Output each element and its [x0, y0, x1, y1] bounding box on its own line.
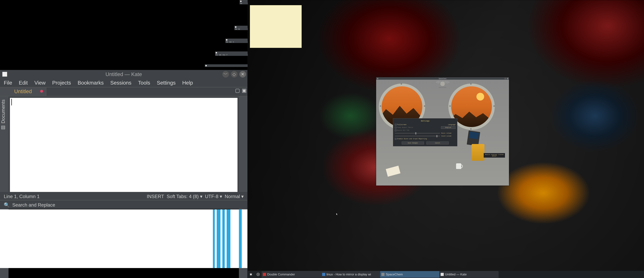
menu-sessions[interactable]: Sessions — [110, 80, 132, 86]
task-double-commander[interactable]: Double Commander — [262, 271, 321, 278]
sound-volume-slider[interactable] — [395, 136, 440, 136]
minimize-button[interactable]: ﹀ — [222, 71, 229, 77]
app-icon — [216, 52, 217, 53]
menu-help[interactable]: Help — [182, 80, 193, 86]
kate-titlebar[interactable]: Untitled — Kate ﹀ ◇ ✕ — [0, 70, 248, 78]
kate-window: Untitled — Kate ﹀ ◇ ✕ File Edit View Pro… — [0, 70, 248, 209]
alt-tab-label: Quick Alt-Tab — [397, 129, 456, 131]
encoding[interactable]: UTF-8 — [205, 194, 218, 199]
editor-area[interactable] — [10, 98, 238, 204]
left-monitor-blank — [0, 0, 247, 69]
mug-prop — [456, 163, 461, 169]
app-icon — [240, 1, 242, 2]
mouse-cursor-icon — [336, 213, 338, 216]
crash-report-checkbox[interactable]: ✓ — [395, 138, 396, 140]
spacechem-window: SpaceChem ﹀ ✕ ⋘⋙ spacechem — [376, 77, 509, 186]
menu-file[interactable]: File — [4, 80, 12, 86]
settings-panel: Settings Fullscreen Language Keep Aspect… — [393, 118, 457, 146]
app-icon — [206, 65, 207, 66]
menu-projects[interactable]: Projects — [52, 80, 71, 86]
stacked-window-menubar[interactable]: File — [240, 2, 248, 4]
stacked-window-menubar[interactable]: FileEditViewP — [215, 54, 248, 56]
alt-tab-checkbox — [395, 130, 396, 131]
console-prop — [467, 130, 480, 146]
tab-label: Untitled — [14, 88, 32, 94]
crash-report-label: Enable Score and Crash Reporting — [397, 138, 456, 140]
task-label: Double Commander — [267, 273, 295, 276]
stacked-window-titlebar[interactable] — [240, 0, 248, 2]
aspect-ratio-label: Keep Aspect Ratio — [397, 127, 441, 128]
aspect-ratio-checkbox — [395, 127, 396, 128]
spacechem-logo: ⋘⋙ spacechem — [434, 80, 452, 90]
double-commander-icon — [263, 273, 266, 276]
stacked-window-titlebar[interactable] — [215, 51, 248, 54]
search-label: Search and Replace — [12, 202, 55, 207]
menu-tools[interactable]: Tools — [138, 80, 150, 86]
task-kate[interactable]: Untitled — Kate — [440, 271, 498, 278]
taskbar: Double Commander linux - How to mirror a… — [247, 271, 644, 278]
application-launcher[interactable] — [247, 271, 254, 278]
sign-role: Reactor Engineer Trainee — [485, 154, 504, 155]
text-cursor — [11, 99, 12, 105]
edit-mode[interactable]: INSERT — [147, 194, 164, 199]
stacked-window-menubar[interactable]: FileEd — [234, 28, 248, 30]
spacechem-content: ⋘⋙ spacechem Reactor Engineer Trainee mo… — [376, 80, 509, 186]
language-label: Language — [448, 124, 456, 126]
app-icon — [226, 39, 227, 40]
menu-settings[interactable]: Settings — [157, 80, 176, 86]
stacked-window-titlebar[interactable] — [226, 39, 248, 41]
fullscreen-checkbox[interactable] — [395, 124, 396, 125]
task-spacechem[interactable]: SpaceChem — [380, 271, 439, 278]
music-volume-label: Music volume — [441, 132, 456, 134]
menu-view[interactable]: View — [34, 80, 46, 86]
cancel-button[interactable]: Cancel — [426, 142, 448, 144]
window-title: Untitled — Kate — [0, 71, 248, 77]
spacechem-icon — [382, 273, 384, 276]
task-label: SpaceChem — [386, 273, 403, 276]
browser-icon — [322, 273, 325, 276]
kate-menubar: File Edit View Projects Bookmarks Sessio… — [0, 78, 248, 87]
tab-settings[interactable]: Soft Tabs: 4 (8) — [167, 194, 198, 199]
paper-prop — [386, 166, 400, 177]
kate-statusbar: Line 1, Column 1 INSERT Soft Tabs: 4 (8)… — [0, 192, 248, 200]
settings-title: Settings — [395, 120, 456, 122]
sticky-note[interactable] — [250, 5, 302, 48]
music-volume-slider[interactable] — [395, 133, 440, 133]
task-browser[interactable]: linux - How to mirror a display wi — [321, 271, 380, 278]
task-label: Untitled — Kate — [445, 273, 467, 276]
minimize-button[interactable]: ﹀ — [504, 78, 506, 79]
tab-split-button[interactable]: ▢ — [234, 87, 241, 96]
save-changes-button[interactable]: Save Changes — [402, 142, 424, 144]
editor-tab[interactable]: Untitled — [0, 87, 46, 96]
cursor-position[interactable]: Line 1, Column 1 — [4, 194, 40, 199]
svg-point-1 — [258, 274, 259, 275]
menu-bookmarks[interactable]: Bookmarks — [78, 80, 104, 86]
line-endings[interactable]: Normal — [225, 194, 240, 199]
engineer-sign: Reactor Engineer Trainee monnef — [484, 153, 505, 158]
sound-volume-label: Sound volume — [441, 135, 456, 137]
stacked-window-titlebar[interactable] — [234, 26, 248, 28]
search-replace-bar[interactable]: 🔍 Search and Replace — [0, 200, 248, 209]
close-button[interactable]: ✕ — [240, 71, 246, 77]
task-label: linux - How to mirror a display wi — [326, 273, 371, 276]
modified-indicator-icon — [40, 90, 43, 93]
search-icon: 🔍 — [4, 202, 10, 207]
render-artifact — [0, 209, 248, 268]
kate-tabbar: Untitled ▢ ▣ — [0, 87, 248, 96]
menu-edit[interactable]: Edit — [19, 80, 28, 86]
stacked-window-titlebar[interactable] — [205, 64, 248, 67]
language-dropdown[interactable]: English — [441, 126, 456, 129]
fullscreen-label: Fullscreen — [397, 124, 448, 126]
tank-prop — [472, 144, 484, 161]
close-button[interactable]: ✕ — [507, 78, 508, 79]
maximize-button[interactable]: ◇ — [231, 71, 238, 77]
stacked-window-menubar[interactable]: FileEditVi — [226, 41, 248, 43]
activity-switcher[interactable] — [254, 271, 262, 278]
sign-name: monnef — [485, 155, 504, 157]
kate-icon — [440, 273, 444, 276]
tab-close-button[interactable]: ▣ — [241, 87, 248, 96]
app-icon — [235, 26, 236, 28]
